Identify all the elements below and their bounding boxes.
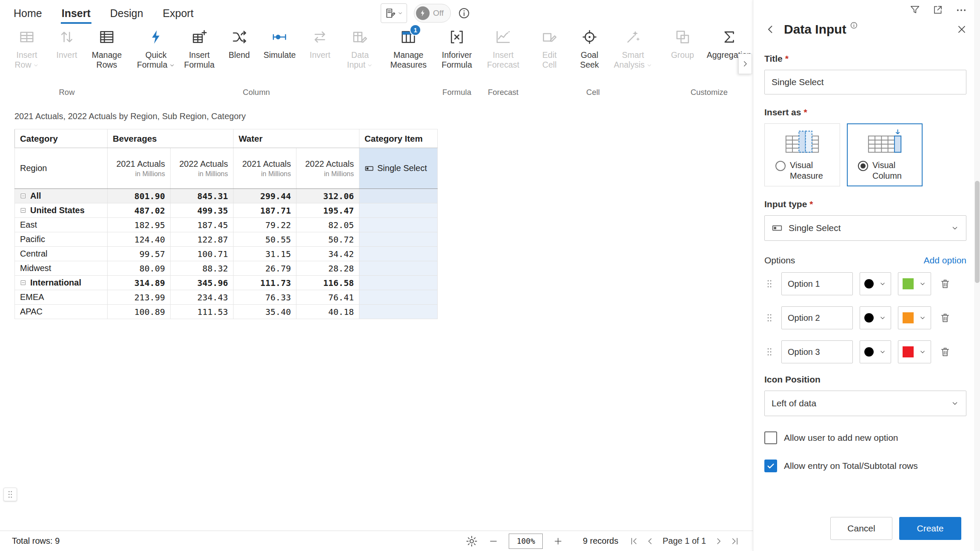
- ribbon-button-smart-analysis[interactable]: SmartAnalysis: [610, 26, 657, 69]
- close-button[interactable]: [956, 24, 967, 35]
- annotate-button[interactable]: [381, 3, 407, 23]
- more-options-icon[interactable]: [955, 4, 967, 16]
- value-cell[interactable]: 213.99: [108, 290, 171, 305]
- scrollbar-thumb[interactable]: [975, 181, 980, 283]
- value-cell[interactable]: 234.43: [171, 290, 234, 305]
- row-label-cell[interactable]: United States: [15, 203, 108, 218]
- value-cell[interactable]: 111.53: [171, 305, 234, 319]
- create-button[interactable]: Create: [899, 517, 961, 540]
- row-label-cell[interactable]: Midwest: [15, 261, 108, 276]
- input-column-header[interactable]: Single Select: [359, 148, 438, 189]
- option-shape-dropdown[interactable]: [860, 306, 891, 329]
- gear-icon[interactable]: [465, 535, 478, 548]
- value-cell[interactable]: 50.72: [296, 232, 359, 247]
- data-input-cell[interactable]: [359, 189, 438, 203]
- cancel-button[interactable]: Cancel: [830, 517, 892, 540]
- row-label-cell[interactable]: EMEA: [15, 290, 108, 305]
- delete-option-icon[interactable]: [940, 346, 951, 357]
- data-input-cell[interactable]: [359, 218, 438, 232]
- ribbon-button-manage-measures[interactable]: 1ManageMeasures: [386, 26, 431, 69]
- value-cell[interactable]: 487.02: [108, 203, 171, 218]
- next-page-button[interactable]: [714, 536, 724, 546]
- delete-option-icon[interactable]: [940, 312, 951, 323]
- checkbox[interactable]: [764, 431, 777, 444]
- value-cell[interactable]: 187.71: [234, 203, 296, 218]
- icon-position-dropdown[interactable]: Left of data: [764, 391, 966, 416]
- prev-page-button[interactable]: [645, 536, 655, 546]
- drag-handle[interactable]: [3, 488, 17, 501]
- data-input-cell[interactable]: [359, 247, 438, 261]
- last-page-button[interactable]: [730, 536, 740, 546]
- ribbon-button-insert-forecast[interactable]: InsertForecast: [483, 26, 524, 69]
- ribbon-button-goal-seek[interactable]: GoalSeek: [570, 26, 610, 69]
- value-cell[interactable]: 88.32: [171, 261, 234, 276]
- value-cell[interactable]: 26.79: [234, 261, 296, 276]
- ribbon-overflow-button[interactable]: [738, 54, 752, 74]
- zoom-level-input[interactable]: [509, 534, 543, 549]
- data-input-cell[interactable]: [359, 232, 438, 247]
- data-input-cell[interactable]: [359, 203, 438, 218]
- title-input[interactable]: [764, 70, 966, 94]
- option-label-input[interactable]: [781, 340, 853, 363]
- value-cell[interactable]: 79.22: [234, 218, 296, 232]
- ribbon-button-group[interactable]: Group: [663, 26, 703, 60]
- value-cell[interactable]: 312.06: [296, 189, 359, 203]
- row-label-cell[interactable]: East: [15, 218, 108, 232]
- data-input-cell[interactable]: [359, 261, 438, 276]
- focus-mode-icon[interactable]: [932, 4, 943, 16]
- ribbon-tab-design[interactable]: Design: [110, 7, 143, 22]
- ribbon-button-quick-formula[interactable]: QuickFormula: [133, 26, 179, 69]
- ribbon-button-inforiver-formula[interactable]: InforiverFormula: [437, 26, 477, 69]
- option-label-input[interactable]: [781, 306, 853, 329]
- ribbon-button-simulate[interactable]: Simulate: [259, 26, 300, 60]
- ribbon-button-manage-rows[interactable]: ManageRows: [87, 26, 127, 69]
- panel-info-icon[interactable]: [850, 21, 858, 29]
- ribbon-tab-insert[interactable]: Insert: [62, 7, 91, 22]
- radio-visual-measure[interactable]: [775, 161, 786, 171]
- ribbon-button-blend[interactable]: Blend: [219, 26, 259, 60]
- ribbon-button-insert-row[interactable]: InsertRow: [7, 26, 47, 69]
- ribbon-button-data-input[interactable]: DataInput: [340, 26, 380, 69]
- value-cell[interactable]: 845.31: [171, 189, 234, 203]
- value-cell[interactable]: 28.28: [296, 261, 359, 276]
- value-cell[interactable]: 195.47: [296, 203, 359, 218]
- row-label-cell[interactable]: All: [15, 189, 108, 203]
- first-page-button[interactable]: [629, 536, 639, 546]
- delete-option-icon[interactable]: [940, 278, 951, 289]
- value-cell[interactable]: 182.95: [108, 218, 171, 232]
- collapse-toggle-icon[interactable]: [20, 280, 26, 286]
- value-cell[interactable]: 99.57: [108, 247, 171, 261]
- value-cell[interactable]: 345.96: [171, 276, 234, 290]
- value-cell[interactable]: 116.58: [296, 276, 359, 290]
- add-option-link[interactable]: Add option: [924, 255, 966, 266]
- collapse-toggle-icon[interactable]: [20, 193, 26, 199]
- ribbon-button-insert-formula[interactable]: InsertFormula: [179, 26, 219, 69]
- value-cell[interactable]: 35.40: [234, 305, 296, 319]
- value-cell[interactable]: 122.87: [171, 232, 234, 247]
- radio-visual-column[interactable]: [858, 161, 868, 171]
- value-cell[interactable]: 100.71: [171, 247, 234, 261]
- value-cell[interactable]: 50.55: [234, 232, 296, 247]
- value-cell[interactable]: 76.41: [296, 290, 359, 305]
- row-label-cell[interactable]: Central: [15, 247, 108, 261]
- row-label-cell[interactable]: International: [15, 276, 108, 290]
- input-type-dropdown[interactable]: Single Select: [764, 215, 966, 241]
- value-cell[interactable]: 314.89: [108, 276, 171, 290]
- ribbon-tab-export[interactable]: Export: [163, 7, 194, 22]
- ribbon-button-invert[interactable]: Invert: [300, 26, 340, 60]
- row-label-cell[interactable]: APAC: [15, 305, 108, 319]
- value-cell[interactable]: 801.90: [108, 189, 171, 203]
- option-shape-dropdown[interactable]: [860, 340, 891, 363]
- data-input-cell[interactable]: [359, 290, 438, 305]
- option-color-dropdown[interactable]: [898, 306, 931, 329]
- option-shape-dropdown[interactable]: [860, 272, 891, 295]
- row-label-cell[interactable]: Pacific: [15, 232, 108, 247]
- insert-as-card-visual-column[interactable]: Visual Column: [847, 123, 923, 186]
- checkbox-row-2[interactable]: Allow entry on Total/Subtotal rows: [764, 460, 966, 472]
- collapse-toggle-icon[interactable]: [20, 207, 26, 214]
- filter-icon[interactable]: [909, 4, 920, 16]
- option-color-dropdown[interactable]: [898, 340, 931, 363]
- ribbon-button-invert[interactable]: Invert: [47, 26, 87, 60]
- value-cell[interactable]: 187.45: [171, 218, 234, 232]
- back-button[interactable]: [764, 23, 776, 35]
